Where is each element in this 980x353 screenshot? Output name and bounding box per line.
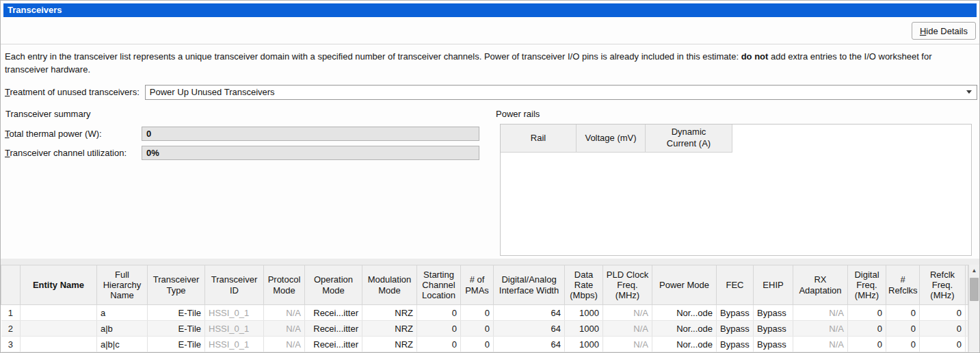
column-header-2[interactable]: Transceiver Type — [148, 265, 205, 305]
summary-group-title: Transceiver summary — [5, 109, 495, 119]
cell-15[interactable]: N/A — [793, 321, 848, 337]
table-row[interactable]: 2a|bE-TileHSSI_0_1N/ARecei...itterNRZ006… — [1, 321, 968, 337]
cell-10[interactable]: 1000 — [565, 305, 603, 321]
section-title-bar: Transceivers — [3, 3, 977, 17]
cell-5[interactable]: Recei...itter — [305, 321, 362, 337]
cell-2[interactable]: E-Tile — [148, 321, 205, 337]
column-header-7[interactable]: Starting Channel Location — [417, 265, 461, 305]
cell-12[interactable]: Nor...ode — [652, 337, 717, 352]
treatment-label: Treatment of unused transceivers: — [5, 87, 140, 97]
transceiver-table: Entity NameFull Hierarchy NameTransceive… — [1, 265, 968, 352]
cell-6[interactable]: NRZ — [362, 321, 417, 337]
column-header-0[interactable]: Entity Name — [21, 265, 97, 305]
column-header-13[interactable]: FEC — [717, 265, 754, 305]
description-text: Each entry in the transceiver list repre… — [5, 51, 971, 77]
column-header-9[interactable]: Digital/Analog Interface Width — [494, 265, 565, 305]
rails-column-header-dynamic-current[interactable]: Dynamic Current (A) — [646, 125, 732, 153]
column-header-filler — [966, 265, 968, 305]
corner-header-cell — [1, 265, 21, 305]
transceivers-page: Transceivers Hide Details Each entry in … — [0, 0, 980, 353]
cell-1[interactable]: a — [97, 305, 148, 321]
cell-4[interactable]: N/A — [264, 305, 305, 321]
treatment-row: Treatment of unused transceivers: Power … — [5, 85, 977, 100]
cell-11[interactable]: N/A — [603, 321, 652, 337]
cell-2[interactable]: E-Tile — [148, 337, 205, 352]
column-header-14[interactable]: EHIP — [754, 265, 793, 305]
cell-3[interactable]: HSSI_0_1 — [205, 305, 264, 321]
cell-14[interactable]: Bypass — [754, 321, 793, 337]
cell-0[interactable] — [21, 337, 97, 352]
cell-14[interactable]: Bypass — [754, 337, 793, 352]
column-header-18[interactable]: Refclk Freq. (MHz) — [920, 265, 966, 305]
cell-13[interactable]: Bypass — [717, 337, 754, 352]
cell-4[interactable]: N/A — [264, 321, 305, 337]
column-header-4[interactable]: Protocol Mode — [264, 265, 305, 305]
cell-1[interactable]: a|b — [97, 321, 148, 337]
cell-0[interactable] — [21, 321, 97, 337]
column-header-11[interactable]: PLD Clock Freq. (MHz) — [603, 265, 652, 305]
cell-11[interactable]: N/A — [603, 305, 652, 321]
cell-9[interactable]: 64 — [494, 321, 565, 337]
cell-17[interactable]: 0 — [886, 337, 920, 352]
column-header-8[interactable]: # of PMAs — [461, 265, 494, 305]
cell-7[interactable]: 0 — [417, 337, 461, 352]
cell-7[interactable]: 0 — [417, 321, 461, 337]
column-header-15[interactable]: RX Adaptation — [793, 265, 848, 305]
rails-column-header-voltage[interactable]: Voltage (mV) — [577, 125, 646, 153]
cell-15[interactable]: N/A — [793, 337, 848, 352]
cell-9[interactable]: 64 — [494, 305, 565, 321]
column-header-16[interactable]: Digital Freq. (MHz) — [848, 265, 886, 305]
cell-9[interactable]: 64 — [494, 337, 565, 352]
cell-11[interactable]: N/A — [603, 337, 652, 352]
cell-13[interactable]: Bypass — [717, 321, 754, 337]
cell-4[interactable]: N/A — [264, 337, 305, 352]
cell-0[interactable] — [21, 305, 97, 321]
cell-15[interactable]: N/A — [793, 305, 848, 321]
table-row[interactable]: 1aE-TileHSSI_0_1N/ARecei...itterNRZ00641… — [1, 305, 968, 321]
cell-7[interactable]: 0 — [417, 305, 461, 321]
cell-16[interactable]: 0 — [848, 337, 886, 352]
cell-1[interactable]: a|b|c — [97, 337, 148, 352]
vertical-scrollbar[interactable]: ▲ — [968, 265, 979, 352]
table-row[interactable]: 3a|b|cE-TileHSSI_0_1N/ARecei...itterNRZ0… — [1, 337, 968, 352]
cell-8[interactable]: 0 — [461, 337, 494, 352]
scroll-up-arrow-icon[interactable]: ▲ — [969, 265, 979, 276]
cell-10[interactable]: 1000 — [565, 337, 603, 352]
cell-8[interactable]: 0 — [461, 305, 494, 321]
cell-3[interactable]: HSSI_0_1 — [205, 337, 264, 352]
cell-10[interactable]: 1000 — [565, 321, 603, 337]
cell-13[interactable]: Bypass — [717, 305, 754, 321]
chevron-down-icon — [966, 90, 972, 94]
cell-18[interactable]: 0 — [920, 337, 966, 352]
cell-6[interactable]: NRZ — [362, 305, 417, 321]
column-header-3[interactable]: Transceiver ID — [205, 265, 264, 305]
rails-column-header-rail[interactable]: Rail — [501, 125, 577, 153]
scrollbar-thumb[interactable] — [970, 278, 979, 301]
cell-12[interactable]: Nor...ode — [652, 321, 717, 337]
cell-16[interactable]: 0 — [848, 321, 886, 337]
cell-14[interactable]: Bypass — [754, 305, 793, 321]
cell-5[interactable]: Recei...itter — [305, 305, 362, 321]
column-header-12[interactable]: Power Mode — [652, 265, 717, 305]
middle-region: Transceiver summary Total thermal power … — [5, 109, 979, 256]
cell-2[interactable]: E-Tile — [148, 305, 205, 321]
cell-5[interactable]: Recei...itter — [305, 337, 362, 352]
cell-18[interactable]: 0 — [920, 321, 966, 337]
column-header-1[interactable]: Full Hierarchy Name — [97, 265, 148, 305]
unused-transceivers-value: Power Up Unused Transceivers — [150, 87, 275, 97]
cell-17[interactable]: 0 — [886, 321, 920, 337]
column-header-6[interactable]: Modulation Mode — [362, 265, 417, 305]
cell-6[interactable]: NRZ — [362, 337, 417, 352]
column-header-10[interactable]: Data Rate (Mbps) — [565, 265, 603, 305]
cell-17[interactable]: 0 — [886, 305, 920, 321]
hide-details-button[interactable]: Hide Details — [912, 22, 976, 40]
unused-transceivers-select[interactable]: Power Up Unused Transceivers — [145, 85, 977, 100]
cell-8[interactable]: 0 — [461, 321, 494, 337]
cell-12[interactable]: Nor...ode — [652, 305, 717, 321]
toolbar-separator — [1, 44, 979, 44]
cell-18[interactable]: 0 — [920, 305, 966, 321]
cell-16[interactable]: 0 — [848, 305, 886, 321]
column-header-17[interactable]: # Refclks — [886, 265, 920, 305]
cell-3[interactable]: HSSI_0_1 — [205, 321, 264, 337]
column-header-5[interactable]: Operation Mode — [305, 265, 362, 305]
